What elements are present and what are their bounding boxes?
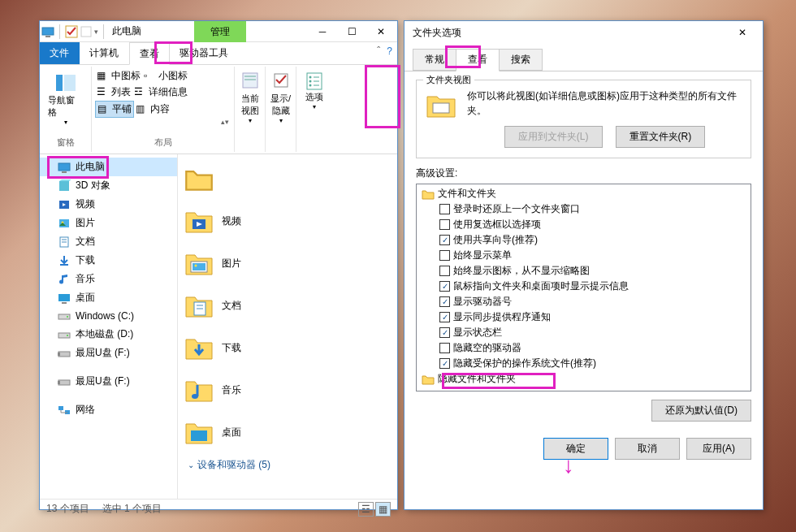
setting-item[interactable]: ✓显示驱动器号 bbox=[418, 294, 749, 309]
dialog-titlebar: 文件夹选项 ✕ bbox=[404, 21, 763, 44]
checkbox-checked-icon[interactable]: ✓ bbox=[439, 327, 450, 338]
setting-item[interactable]: 隐藏文件和文件夹 bbox=[418, 371, 749, 387]
tab-file[interactable]: 文件 bbox=[40, 42, 80, 64]
nav-pane-button[interactable]: 导航窗格 ▾ bbox=[43, 68, 88, 129]
tree-item-3d[interactable]: 3D 对象 bbox=[40, 176, 177, 195]
restore-defaults-button[interactable]: 还原为默认值(D) bbox=[651, 400, 751, 422]
minimize-button[interactable]: ─ bbox=[308, 22, 337, 41]
setting-label: 使用复选框以选择项 bbox=[453, 218, 541, 231]
details-view-icon[interactable]: ☲ bbox=[358, 502, 374, 517]
svg-point-34 bbox=[67, 335, 68, 336]
cancel-button[interactable]: 取消 bbox=[615, 438, 680, 460]
checkbox-checked-icon[interactable]: ✓ bbox=[439, 312, 450, 322]
apply-to-folders-button[interactable]: 应用到文件夹(L) bbox=[504, 126, 603, 148]
tree-item-label: Windows (C:) bbox=[76, 310, 134, 322]
help-icon[interactable]: ? bbox=[387, 45, 392, 57]
dlg-tab-view[interactable]: 查看 bbox=[456, 49, 500, 71]
tree-item-picture[interactable]: 图片 bbox=[40, 214, 177, 232]
blank-icon[interactable] bbox=[80, 25, 93, 38]
tree-item-video[interactable]: 视频 bbox=[40, 195, 177, 214]
checkbox-checked-icon[interactable]: ✓ bbox=[439, 281, 450, 292]
details-btn[interactable]: ☲详细信息 bbox=[132, 84, 189, 100]
setting-item[interactable]: 登录时还原上一个文件夹窗口 bbox=[418, 201, 749, 217]
options-button[interactable]: 选项 ▾ bbox=[300, 68, 329, 114]
svg-rect-52 bbox=[191, 430, 207, 441]
reset-folders-button[interactable]: 重置文件夹(R) bbox=[616, 126, 706, 148]
setting-item[interactable]: ✓鼠标指向文件夹和桌面项时显示提示信息 bbox=[418, 279, 749, 294]
picture-icon bbox=[58, 217, 71, 230]
tree-item-desktop[interactable]: 桌面 bbox=[40, 288, 177, 307]
medium-icons-btn[interactable]: ▦中图标 bbox=[95, 68, 142, 84]
dlg-tab-search[interactable]: 搜索 bbox=[499, 49, 543, 71]
svg-rect-39 bbox=[58, 406, 63, 410]
large-view-icon[interactable]: ▦ bbox=[375, 502, 391, 517]
folder-item-document[interactable]: 文档 bbox=[181, 284, 394, 327]
download-icon bbox=[58, 254, 71, 267]
checkbox-checked-icon[interactable]: ✓ bbox=[439, 358, 450, 369]
tiles-btn[interactable]: ▤平铺 bbox=[95, 101, 134, 118]
tree-item-drive[interactable]: Windows (C:) bbox=[40, 307, 177, 325]
folder-item-video[interactable]: 视频 bbox=[181, 200, 394, 242]
checkbox-unchecked-icon[interactable] bbox=[439, 219, 450, 230]
devices-section-header[interactable]: ⌄ 设备和驱动器 (5) bbox=[181, 453, 394, 477]
folder-item[interactable] bbox=[181, 158, 394, 200]
current-view-button[interactable] bbox=[238, 68, 262, 93]
folder-item-desktop[interactable]: 桌面 bbox=[181, 411, 394, 453]
tree-item-music[interactable]: 音乐 bbox=[40, 270, 177, 288]
setting-item[interactable]: ✓显示同步提供程序通知 bbox=[418, 309, 749, 325]
setting-item[interactable]: 始终显示图标，从不显示缩略图 bbox=[418, 263, 749, 279]
tree-item-label: 下载 bbox=[76, 253, 95, 267]
nav-tree[interactable]: 此电脑3D 对象视频图片文档下载音乐桌面Windows (C:)本地磁盘 (D:… bbox=[40, 154, 178, 499]
selected-count: 选中 1 个项目 bbox=[102, 502, 162, 516]
setting-item[interactable]: 文件和文件夹 bbox=[418, 186, 749, 201]
tree-item-pc[interactable]: 此电脑 bbox=[40, 158, 177, 176]
checkbox-unchecked-icon[interactable] bbox=[439, 343, 450, 353]
checkbox-unchecked-icon[interactable] bbox=[439, 266, 450, 276]
ok-button[interactable]: 确定 bbox=[543, 438, 608, 460]
setting-item[interactable]: ✓使用共享向导(推荐) bbox=[418, 232, 749, 248]
folder-item-picture[interactable]: 图片 bbox=[181, 242, 394, 284]
dropdown-icon[interactable]: ▾ bbox=[94, 28, 98, 36]
apply-button[interactable]: 应用(A) bbox=[686, 438, 751, 460]
content-btn[interactable]: ▥内容 bbox=[134, 101, 171, 118]
music-icon bbox=[184, 375, 214, 404]
folder-view-desc: 你可以将此视图(如详细信息或图标)应用于这种类型的所有文件夹。 bbox=[467, 89, 742, 118]
folder-item-download[interactable]: 下载 bbox=[181, 327, 394, 369]
setting-item[interactable]: 隐藏空的驱动器 bbox=[418, 340, 749, 356]
tree-item-download[interactable]: 下载 bbox=[40, 251, 177, 270]
tab-view[interactable]: 查看 bbox=[129, 42, 170, 65]
ribbon-collapse-icon[interactable]: ˆ bbox=[377, 45, 380, 57]
tab-drive-tools[interactable]: 驱动器工具 bbox=[170, 42, 239, 64]
setting-item[interactable]: 使用复选框以选择项 bbox=[418, 217, 749, 232]
svg-rect-5 bbox=[64, 75, 76, 91]
folder-list[interactable]: 视频图片文档下载音乐桌面⌄ 设备和驱动器 (5) bbox=[178, 154, 397, 499]
tree-item-drive[interactable]: 本地磁盘 (D:) bbox=[40, 325, 177, 344]
setting-item[interactable]: ✓隐藏受保护的操作系统文件(推荐) bbox=[418, 356, 749, 371]
tree-item-usb[interactable]: 最屈U盘 (F:) bbox=[40, 372, 177, 391]
folder-item-music[interactable]: 音乐 bbox=[181, 369, 394, 411]
checkbox-unchecked-icon[interactable] bbox=[439, 204, 450, 214]
checkbox-checked-icon[interactable]: ✓ bbox=[439, 296, 450, 307]
checkbox-unchecked-icon[interactable] bbox=[439, 250, 450, 261]
advanced-settings-list[interactable]: 文件和文件夹登录时还原上一个文件夹窗口使用复选框以选择项✓使用共享向导(推荐)始… bbox=[416, 184, 751, 391]
desktop-icon bbox=[58, 292, 71, 305]
tree-item-usb[interactable]: 最屈U盘 (F:) bbox=[40, 344, 177, 362]
video-icon bbox=[58, 198, 71, 211]
show-hide-button[interactable] bbox=[269, 68, 292, 93]
tab-computer[interactable]: 计算机 bbox=[80, 42, 129, 64]
manage-tab[interactable]: 管理 bbox=[194, 21, 246, 42]
tree-item-document[interactable]: 文档 bbox=[40, 232, 177, 251]
small-icons-btn[interactable]: ▫小图标 bbox=[142, 68, 189, 84]
tree-item-label: 视频 bbox=[76, 197, 95, 211]
setting-item[interactable]: 始终显示菜单 bbox=[418, 248, 749, 263]
svg-point-32 bbox=[67, 316, 68, 318]
checkbox-checked-icon[interactable]: ✓ bbox=[439, 235, 450, 245]
checkbox-icon[interactable] bbox=[65, 25, 78, 38]
list-btn[interactable]: ☰列表 bbox=[95, 84, 132, 100]
maximize-button[interactable]: ☐ bbox=[337, 22, 366, 41]
tree-item-network[interactable]: 网络 bbox=[40, 400, 177, 419]
dlg-tab-general[interactable]: 常规 bbox=[413, 49, 456, 71]
close-button[interactable]: ✕ bbox=[366, 22, 396, 41]
dialog-close-button[interactable]: ✕ bbox=[730, 23, 755, 42]
setting-item[interactable]: ✓显示状态栏 bbox=[418, 325, 749, 340]
